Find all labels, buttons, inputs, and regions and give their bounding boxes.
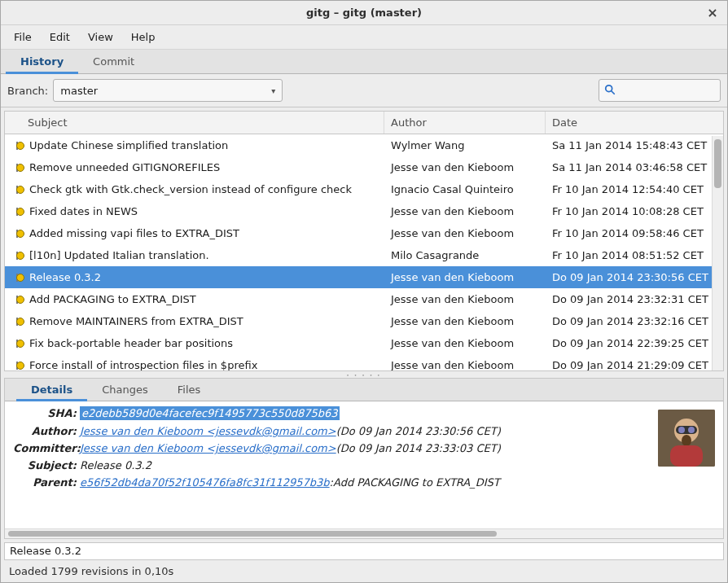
commit-dot-icon bbox=[16, 340, 24, 348]
tab-details[interactable]: Details bbox=[16, 379, 87, 401]
cell-subject: Release 0.3.2 bbox=[5, 271, 384, 283]
tab-changes[interactable]: Changes bbox=[87, 379, 163, 401]
cell-author: Jesse van den Kieboom bbox=[384, 271, 546, 283]
col-author[interactable]: Author bbox=[384, 112, 546, 134]
commit-dot-icon bbox=[16, 296, 24, 304]
table-row[interactable]: Added missing vapi files to EXTRA_DISTJe… bbox=[5, 222, 723, 244]
commit-graph bbox=[8, 340, 26, 348]
search-button[interactable] bbox=[599, 79, 721, 102]
cell-author: Jesse van den Kieboom bbox=[384, 161, 546, 173]
cell-date: Do 09 Jan 2014 21:29:09 CET bbox=[546, 359, 723, 370]
details-panel: Details Changes Files SHA: e2debb589d0e4… bbox=[4, 378, 724, 539]
scrollbar-vertical[interactable] bbox=[712, 136, 723, 370]
commit-graph bbox=[8, 274, 26, 282]
commit-graph bbox=[8, 230, 26, 238]
splitter[interactable]: • • • • • bbox=[1, 371, 727, 378]
cell-subject: [l10n] Updated Italian translation. bbox=[5, 249, 384, 261]
cell-date: Fr 10 Jan 2014 09:58:46 CET bbox=[546, 227, 723, 239]
cell-subject: Check gtk with Gtk.check_version instead… bbox=[5, 183, 384, 195]
branch-value: master bbox=[60, 85, 98, 97]
tab-files[interactable]: Files bbox=[163, 379, 216, 401]
menu-help[interactable]: Help bbox=[123, 28, 164, 46]
commit-graph bbox=[8, 142, 26, 150]
cell-author: Milo Casagrande bbox=[384, 249, 546, 261]
cell-author: Jesse van den Kieboom bbox=[384, 293, 546, 305]
parent-link[interactable]: e56f52db4da70f52f105476fa8fc31f112957b3b bbox=[80, 476, 330, 489]
details-tabs: Details Changes Files bbox=[5, 379, 723, 401]
commit-dot-icon bbox=[16, 362, 24, 370]
col-date[interactable]: Date bbox=[546, 112, 723, 134]
sha-value[interactable]: e2debb589d0e4facefec9f1495773c550d875b63 bbox=[80, 406, 340, 420]
details-body: SHA: e2debb589d0e4facefec9f1495773c550d8… bbox=[5, 401, 723, 528]
author-label: Author: bbox=[13, 425, 77, 437]
cell-author: Jesse van den Kieboom bbox=[384, 227, 546, 239]
menu-view[interactable]: View bbox=[80, 28, 121, 46]
svg-point-5 bbox=[678, 427, 685, 433]
commit-graph bbox=[8, 208, 26, 216]
status-bar: Loaded 1799 revisions in 0,10s bbox=[1, 560, 727, 582]
table-row[interactable]: Release 0.3.2Jesse van den KieboomDo 09 … bbox=[5, 266, 723, 288]
commit-dot-icon bbox=[16, 208, 24, 216]
cell-subject: Add PACKAGING to EXTRA_DIST bbox=[5, 293, 384, 305]
commit-dot-icon bbox=[16, 142, 24, 150]
table-body: Update Chinese simplified translationWyl… bbox=[5, 134, 723, 370]
commit-table: Subject Author Date Update Chinese simpl… bbox=[4, 111, 724, 371]
menu-file[interactable]: File bbox=[6, 28, 40, 46]
tab-commit[interactable]: Commit bbox=[78, 50, 149, 73]
tag-box: Release 0.3.2 bbox=[4, 542, 724, 560]
app-window: gitg – gitg (master) × File Edit View He… bbox=[0, 0, 728, 583]
commit-graph bbox=[8, 164, 26, 172]
cell-subject: Force install of introspection files in … bbox=[5, 359, 384, 370]
table-row[interactable]: Force install of introspection files in … bbox=[5, 354, 723, 370]
table-row[interactable]: [l10n] Updated Italian translation.Milo … bbox=[5, 244, 723, 266]
cell-author: Jesse van den Kieboom bbox=[384, 359, 546, 370]
table-row[interactable]: Remove unneeded GITIGNOREFILESJesse van … bbox=[5, 156, 723, 178]
committer-label: Committer: bbox=[13, 442, 77, 454]
tab-history[interactable]: History bbox=[6, 50, 78, 73]
cell-subject: Fixed dates in NEWS bbox=[5, 205, 384, 217]
cell-date: Do 09 Jan 2014 23:30:56 CET bbox=[546, 271, 723, 283]
author-link[interactable]: Jesse van den Kieboom <jessevdk@gmail.co… bbox=[80, 425, 336, 437]
search-icon bbox=[604, 84, 616, 98]
table-row[interactable]: Check gtk with Gtk.check_version instead… bbox=[5, 178, 723, 200]
cell-subject: Added missing vapi files to EXTRA_DIST bbox=[5, 227, 384, 239]
window-title: gitg – gitg (master) bbox=[306, 7, 422, 19]
parent-msg: Add PACKAGING to EXTRA_DIST bbox=[333, 476, 500, 489]
avatar bbox=[658, 410, 715, 467]
cell-date: Do 09 Jan 2014 23:32:16 CET bbox=[546, 315, 723, 327]
table-row[interactable]: Fix back-portable header bar positionsJe… bbox=[5, 332, 723, 354]
subject-label: Subject: bbox=[13, 459, 77, 471]
menu-edit[interactable]: Edit bbox=[42, 28, 78, 46]
commit-graph bbox=[8, 252, 26, 260]
subject-value: Release 0.3.2 bbox=[80, 459, 151, 471]
svg-rect-8 bbox=[670, 445, 703, 467]
cell-date: Fr 10 Jan 2014 08:51:52 CET bbox=[546, 249, 723, 261]
table-row[interactable]: Fixed dates in NEWSJesse van den Kieboom… bbox=[5, 200, 723, 222]
table-row[interactable]: Remove MAINTAINERS from EXTRA_DISTJesse … bbox=[5, 310, 723, 332]
cell-date: Fr 10 Jan 2014 12:54:40 CET bbox=[546, 183, 723, 195]
commit-dot-icon bbox=[16, 186, 24, 194]
committer-link[interactable]: Jesse van den Kieboom <jessevdk@gmail.co… bbox=[80, 442, 336, 454]
commit-dot-icon bbox=[16, 230, 24, 238]
col-subject[interactable]: Subject bbox=[5, 112, 384, 134]
commit-graph bbox=[8, 362, 26, 370]
close-icon[interactable]: × bbox=[704, 4, 721, 20]
cell-date: Sa 11 Jan 2014 03:46:58 CET bbox=[546, 161, 723, 173]
cell-author: Jesse van den Kieboom bbox=[384, 205, 546, 217]
scrollbar-horizontal[interactable] bbox=[5, 528, 723, 538]
commit-graph bbox=[8, 318, 26, 326]
menu-bar: File Edit View Help bbox=[1, 25, 727, 50]
cell-date: Sa 11 Jan 2014 15:48:43 CET bbox=[546, 139, 723, 151]
table-row[interactable]: Add PACKAGING to EXTRA_DISTJesse van den… bbox=[5, 288, 723, 310]
cell-subject: Remove MAINTAINERS from EXTRA_DIST bbox=[5, 315, 384, 327]
cell-author: Wylmer Wang bbox=[384, 139, 546, 151]
parent-label: Parent: bbox=[13, 476, 77, 489]
sha-label: SHA: bbox=[13, 407, 77, 419]
cell-subject: Remove unneeded GITIGNOREFILES bbox=[5, 161, 384, 173]
top-tabs: History Commit bbox=[1, 50, 727, 74]
cell-subject: Update Chinese simplified translation bbox=[5, 139, 384, 151]
branch-select[interactable]: master ▾ bbox=[53, 79, 283, 102]
cell-date: Fr 10 Jan 2014 10:08:28 CET bbox=[546, 205, 723, 217]
table-row[interactable]: Update Chinese simplified translationWyl… bbox=[5, 134, 723, 156]
cell-date: Do 09 Jan 2014 23:32:31 CET bbox=[546, 293, 723, 305]
